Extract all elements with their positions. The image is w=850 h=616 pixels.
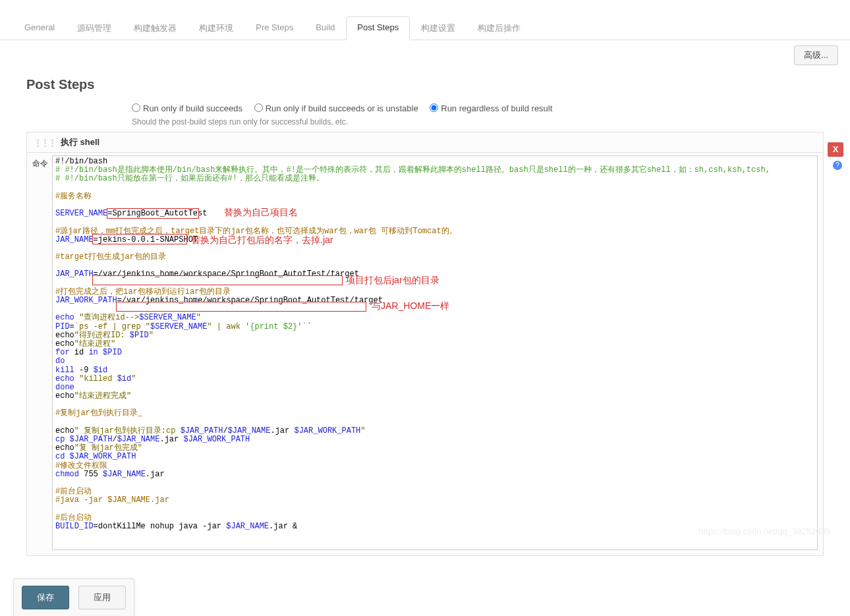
tab-postbuild[interactable]: 构建后操作: [467, 16, 532, 40]
tab-build[interactable]: Build: [304, 16, 346, 40]
command-textarea[interactable]: #!/bin/bash # #!/bin/bash是指此脚本使用/bin/bas…: [52, 155, 818, 550]
drag-handle-icon[interactable]: ⋮⋮⋮: [34, 138, 55, 148]
tab-poststeps[interactable]: Post Steps: [346, 16, 410, 40]
tabs-bar: General 源码管理 构建触发器 构建环境 Pre Steps Build …: [0, 16, 850, 40]
radio-description: Should the post-build steps run only for…: [26, 117, 824, 126]
advanced-button[interactable]: 高级...: [794, 45, 838, 65]
radio-unstable[interactable]: Run only if build succeeds or is unstabl…: [254, 103, 418, 113]
radio-regardless[interactable]: Run regardless of build result: [430, 103, 552, 113]
radio-success[interactable]: Run only if build succeeds: [132, 103, 242, 113]
section-title: Post Steps: [26, 77, 824, 92]
tab-triggers[interactable]: 构建触发器: [123, 16, 188, 40]
command-label: 命令: [32, 155, 52, 550]
tab-settings[interactable]: 构建设置: [410, 16, 467, 40]
delete-step-button[interactable]: X: [828, 142, 843, 157]
shell-step-box: ⋮⋮⋮ 执行 shell 命令 #!/bin/bash # #!/bin/bas…: [26, 132, 824, 556]
post-steps-radio-group: Run only if build succeeds Run only if b…: [26, 103, 824, 113]
help-icon[interactable]: ?: [833, 161, 842, 170]
tab-presteps[interactable]: Pre Steps: [244, 16, 304, 40]
tab-env[interactable]: 构建环境: [188, 16, 244, 40]
tab-general[interactable]: General: [13, 16, 66, 40]
step-header: ⋮⋮⋮ 执行 shell: [27, 132, 823, 153]
tab-scm[interactable]: 源码管理: [66, 16, 123, 40]
step-title: 执行 shell: [61, 136, 99, 148]
